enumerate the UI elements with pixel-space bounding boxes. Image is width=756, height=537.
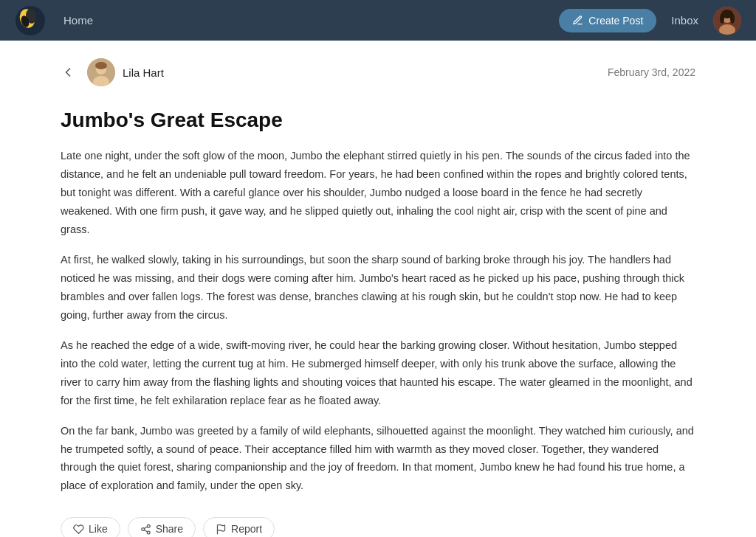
post-date: February 3rd, 2022 xyxy=(608,66,695,78)
home-link[interactable]: Home xyxy=(63,14,93,27)
share-button[interactable]: Share xyxy=(128,517,196,537)
svg-line-18 xyxy=(144,527,147,528)
svg-line-17 xyxy=(144,530,147,531)
heart-icon xyxy=(73,524,84,535)
article-body: Late one night, under the soft glow of t… xyxy=(61,147,695,495)
action-row: Like Share Report xyxy=(61,517,695,537)
user-avatar-nav[interactable] xyxy=(713,7,741,35)
article-paragraph: At first, he walked slowly, taking in hi… xyxy=(61,251,695,325)
app-logo[interactable] xyxy=(15,5,46,36)
svg-point-9 xyxy=(730,13,735,24)
svg-point-13 xyxy=(95,62,107,69)
author-row: Lila Hart xyxy=(87,58,608,86)
article-paragraph: Late one night, under the soft glow of t… xyxy=(61,147,695,239)
article-title: Jumbo's Great Escape xyxy=(61,107,695,134)
navbar-right: Create Post Inbox xyxy=(559,7,741,35)
like-button[interactable]: Like xyxy=(61,517,120,537)
navbar: Home Create Post Inbox xyxy=(0,0,756,41)
back-button[interactable] xyxy=(61,65,75,80)
inbox-link[interactable]: Inbox xyxy=(665,11,704,30)
author-avatar xyxy=(87,58,115,86)
author-name: Lila Hart xyxy=(123,66,164,79)
article-header: Lila Hart February 3rd, 2022 xyxy=(61,58,695,86)
article-paragraph: On the far bank, Jumbo was greeted by a … xyxy=(61,422,695,496)
svg-point-8 xyxy=(720,13,724,24)
content-area: Lila Hart February 3rd, 2022 Jumbo's Gre… xyxy=(46,41,710,537)
create-post-button[interactable]: Create Post xyxy=(559,9,656,32)
pen-icon xyxy=(572,15,583,26)
share-icon xyxy=(140,524,151,535)
article-paragraph: As he reached the edge of a wide, swift-… xyxy=(61,336,695,410)
report-button[interactable]: Report xyxy=(203,517,275,537)
flag-icon xyxy=(216,524,227,535)
back-arrow-icon xyxy=(61,65,75,80)
